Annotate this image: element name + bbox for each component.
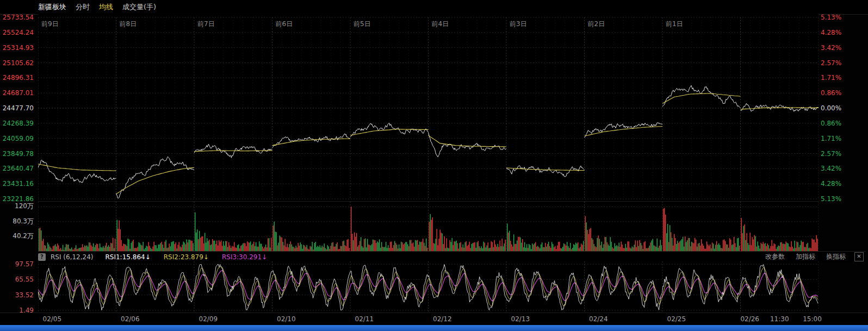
time-axis-label: 02/13 xyxy=(511,315,530,323)
volume-axis-label: 120万 xyxy=(0,202,34,210)
time-axis-label: 02/05 xyxy=(43,315,62,323)
change-params-button[interactable]: 改参数 xyxy=(765,252,785,261)
time-axis-label: 02/06 xyxy=(121,315,140,323)
price-axis-label: 24687.01 xyxy=(0,89,34,97)
rsi-axis-label: 33.52 xyxy=(0,291,34,299)
volume-axis-label: 80.3万 xyxy=(0,217,34,225)
price-axis-label: 23640.47 xyxy=(0,165,34,172)
bottom-accent-bar xyxy=(0,325,868,331)
change-axis-label: 0.86% xyxy=(821,89,866,97)
change-axis-label: 2.57% xyxy=(821,150,866,158)
time-axis-label: 15:00 xyxy=(803,315,822,323)
rsi2-value: RSI2:23.879↓ xyxy=(164,253,209,261)
stock-chart-app: 新疆板块 分时 均线 成交量(手) 前9日前8日前7日前6日前5日前4日前3日前… xyxy=(0,0,868,331)
switch-indicator-button[interactable]: 换指标 xyxy=(826,252,846,261)
change-axis-label: 4.28% xyxy=(821,29,866,36)
change-axis-label: 5.13% xyxy=(821,195,866,203)
tab-volume[interactable]: 成交量(手) xyxy=(122,2,156,12)
time-axis-label: 11:30 xyxy=(770,315,789,323)
indicator-toolbar: ? RSI (6,12,24) RSI1:15.864↓ RSI2:23.879… xyxy=(38,251,866,262)
price-axis-label: 24059.09 xyxy=(0,135,34,142)
time-axis: 02/0502/0602/0902/1002/1102/1202/1302/24… xyxy=(0,313,868,326)
time-axis-label: 02/12 xyxy=(433,315,452,323)
change-axis-label: 3.42% xyxy=(821,44,866,52)
time-axis-label: 02/10 xyxy=(277,315,296,323)
price-axis-label: 25524.24 xyxy=(0,29,34,36)
price-axis-label: 23849.78 xyxy=(0,150,34,158)
help-icon[interactable]: ? xyxy=(38,253,46,261)
rsi-panel xyxy=(38,261,819,313)
rsi1-value: RSI1:15.864↓ xyxy=(105,253,150,261)
price-axis-label: 25105.62 xyxy=(0,59,34,67)
rsi-chart-canvas xyxy=(38,261,819,313)
rsi-axis-label: 97.57 xyxy=(0,260,34,268)
price-axis-label: 23431.16 xyxy=(0,180,34,188)
price-axis-label: 24477.70 xyxy=(0,104,34,112)
tab-moving-average[interactable]: 均线 xyxy=(99,2,113,12)
close-indicator-icon[interactable]: ✕ xyxy=(854,252,864,261)
change-axis-label: 3.42% xyxy=(821,165,866,172)
time-axis-label: 02/25 xyxy=(667,315,686,323)
add-indicator-button[interactable]: 加指标 xyxy=(796,252,815,261)
change-axis-label: 1.71% xyxy=(821,135,866,142)
rsi3-value: RSI3:30.291↓ xyxy=(222,253,267,261)
change-axis-label: 0.00% xyxy=(821,104,866,112)
time-axis-label: 02/24 xyxy=(589,315,608,323)
tab-intraday[interactable]: 分时 xyxy=(76,2,90,12)
price-chart-canvas xyxy=(38,14,819,201)
change-axis-label: 2.57% xyxy=(821,59,866,67)
volume-axis-label: 40.2万 xyxy=(0,232,34,240)
time-axis-label: 02/09 xyxy=(199,315,218,323)
change-axis-label: 4.28% xyxy=(821,180,866,188)
price-axis-label: 25314.93 xyxy=(0,44,34,52)
price-axis-label: 23221.86 xyxy=(0,195,34,203)
time-axis-label: 02/11 xyxy=(355,315,374,323)
rsi-axis-label: 65.55 xyxy=(0,276,34,283)
price-axis-label: 25733.54 xyxy=(0,14,34,21)
time-axis-label: 02/26 xyxy=(740,315,759,323)
rsi-params-label[interactable]: RSI (6,12,24) xyxy=(51,253,93,261)
change-axis-label: 0.86% xyxy=(821,120,866,127)
volume-panel xyxy=(38,201,819,252)
change-axis-label: 5.13% xyxy=(821,14,866,21)
volume-chart-canvas xyxy=(38,202,819,252)
price-axis-label: 24896.31 xyxy=(0,74,34,82)
sector-title: 新疆板块 xyxy=(38,2,66,12)
price-panel xyxy=(38,14,819,201)
chart-header: 新疆板块 分时 均线 成交量(手) xyxy=(0,0,868,15)
change-axis-label: 1.71% xyxy=(821,74,866,82)
price-axis-label: 24268.39 xyxy=(0,120,34,127)
